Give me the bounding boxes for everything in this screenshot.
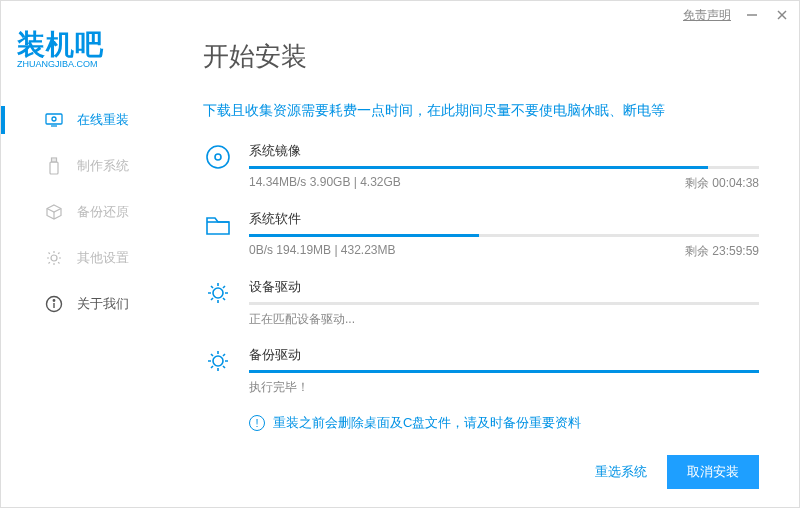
reselect-system-button[interactable]: 重选系统 xyxy=(595,463,647,481)
sidebar-item-backup-restore[interactable]: 备份还原 xyxy=(1,189,175,235)
usb-icon xyxy=(45,157,63,175)
task-info-left: 正在匹配设备驱动... xyxy=(249,311,355,328)
warning-icon: ! xyxy=(249,415,265,431)
svg-point-11 xyxy=(51,255,57,261)
footer: 重选系统 取消安装 xyxy=(595,455,759,489)
svg-point-15 xyxy=(207,146,229,168)
folder-icon xyxy=(203,210,233,240)
sidebar-item-make-system[interactable]: 制作系统 xyxy=(1,143,175,189)
progress-fill xyxy=(249,234,479,237)
sidebar-item-label: 其他设置 xyxy=(77,249,129,267)
svg-rect-3 xyxy=(46,114,62,124)
minimize-button[interactable] xyxy=(743,6,761,24)
titlebar: 免责声明 xyxy=(1,1,799,29)
gear-icon xyxy=(203,278,233,308)
main-content: 开始安装 下载且收集资源需要耗费一点时间，在此期间尽量不要使电脑休眠、断电等 系… xyxy=(175,29,799,507)
logo-sub: ZHUANGJIBA.COM xyxy=(17,59,159,69)
svg-rect-7 xyxy=(52,158,57,162)
progress-fill xyxy=(249,370,759,373)
task-title: 备份驱动 xyxy=(249,346,759,364)
sidebar-item-label: 制作系统 xyxy=(77,157,129,175)
task-device-driver: 设备驱动 正在匹配设备驱动... xyxy=(203,278,759,328)
progress-bar xyxy=(249,370,759,373)
progress-fill xyxy=(249,166,708,169)
task-system-software: 系统软件 0B/s 194.19MB | 432.23MB 剩余 23:59:5… xyxy=(203,210,759,260)
sidebar-item-label: 关于我们 xyxy=(77,295,129,313)
task-info-right: 剩余 00:04:38 xyxy=(685,175,759,192)
gear-icon xyxy=(45,249,63,267)
progress-bar xyxy=(249,166,759,169)
svg-point-18 xyxy=(213,356,223,366)
warning-message: ! 重装之前会删除桌面及C盘文件，请及时备份重要资料 xyxy=(249,414,759,432)
task-info-left: 0B/s 194.19MB | 432.23MB xyxy=(249,243,396,260)
close-button[interactable] xyxy=(773,6,791,24)
sidebar: 装机吧 ZHUANGJIBA.COM 在线重装 制作系统 备份还原 xyxy=(1,29,175,507)
disc-icon xyxy=(203,142,233,172)
monitor-icon xyxy=(45,111,63,129)
svg-rect-6 xyxy=(50,162,58,174)
svg-point-4 xyxy=(52,117,56,121)
gear-icon xyxy=(203,346,233,376)
warning-text: 重装之前会删除桌面及C盘文件，请及时备份重要资料 xyxy=(273,414,581,432)
svg-point-14 xyxy=(53,300,54,301)
task-info-right: 剩余 23:59:59 xyxy=(685,243,759,260)
sidebar-item-online-reinstall[interactable]: 在线重装 xyxy=(1,97,175,143)
sidebar-item-other-settings[interactable]: 其他设置 xyxy=(1,235,175,281)
sidebar-item-about[interactable]: 关于我们 xyxy=(1,281,175,327)
task-system-image: 系统镜像 14.34MB/s 3.90GB | 4.32GB 剩余 00:04:… xyxy=(203,142,759,192)
task-title: 设备驱动 xyxy=(249,278,759,296)
svg-point-16 xyxy=(215,154,221,160)
disclaimer-link[interactable]: 免责声明 xyxy=(683,7,731,24)
page-title: 开始安装 xyxy=(203,39,759,74)
logo-main: 装机吧 xyxy=(17,31,159,59)
task-info-left: 执行完毕！ xyxy=(249,379,309,396)
cancel-install-button[interactable]: 取消安装 xyxy=(667,455,759,489)
install-hint: 下载且收集资源需要耗费一点时间，在此期间尽量不要使电脑休眠、断电等 xyxy=(203,102,759,120)
info-icon xyxy=(45,295,63,313)
sidebar-item-label: 备份还原 xyxy=(77,203,129,221)
progress-bar xyxy=(249,302,759,305)
task-title: 系统软件 xyxy=(249,210,759,228)
task-title: 系统镜像 xyxy=(249,142,759,160)
task-info-left: 14.34MB/s 3.90GB | 4.32GB xyxy=(249,175,401,192)
task-backup-driver: 备份驱动 执行完毕！ xyxy=(203,346,759,396)
box-icon xyxy=(45,203,63,221)
logo: 装机吧 ZHUANGJIBA.COM xyxy=(1,31,175,97)
svg-point-17 xyxy=(213,288,223,298)
sidebar-item-label: 在线重装 xyxy=(77,111,129,129)
progress-bar xyxy=(249,234,759,237)
